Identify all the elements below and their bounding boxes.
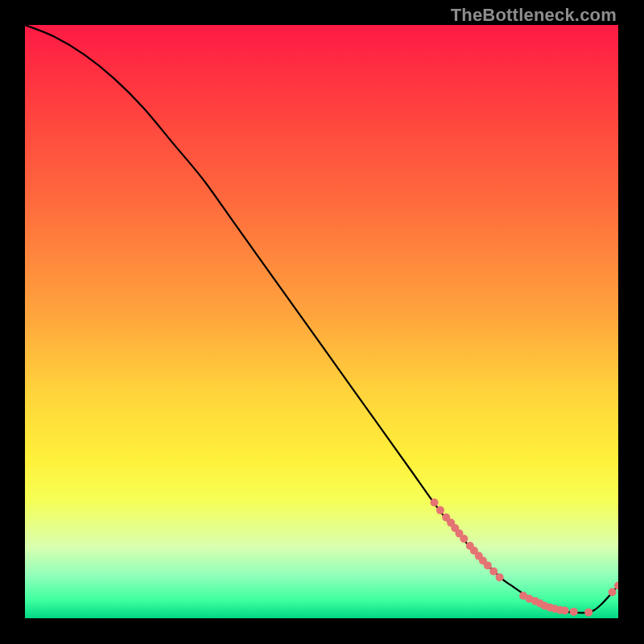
data-marker [609, 588, 617, 597]
curve-svg [25, 25, 618, 618]
data-marker [484, 561, 492, 569]
plot-area [25, 25, 618, 618]
data-marker [436, 506, 444, 514]
data-marker [431, 498, 439, 506]
data-marker [584, 609, 592, 617]
data-marker [570, 608, 578, 616]
data-marker [460, 535, 468, 543]
chart-container: TheBottleneck.com [0, 0, 644, 644]
watermark-text: TheBottleneck.com [451, 5, 617, 26]
data-marker [561, 606, 569, 614]
data-marker [489, 568, 497, 576]
data-marker [496, 573, 504, 581]
marker-group [431, 498, 618, 616]
bottleneck-curve [25, 25, 618, 613]
